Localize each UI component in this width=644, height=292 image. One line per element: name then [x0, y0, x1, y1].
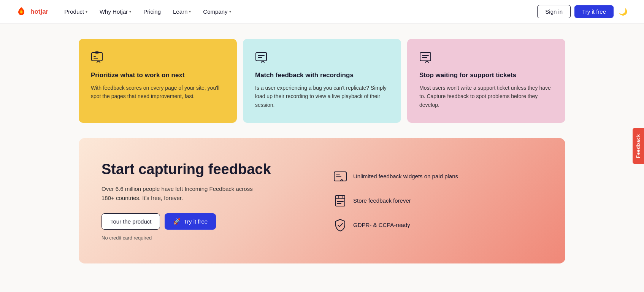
nav-why-chevron: ▾: [129, 10, 131, 14]
card-support-icon: [419, 51, 553, 65]
cta-heading: Start capturing feedback: [102, 161, 311, 178]
rocket-icon: 🚀: [173, 218, 181, 225]
nav-product-label: Product: [64, 8, 84, 15]
card-support-tickets: Stop waiting for support tickets Most us…: [407, 39, 565, 123]
cta-subtext: Over 6.6 million people have left Incomi…: [102, 184, 261, 203]
svg-rect-2: [92, 52, 102, 61]
feature-unlimited-icon: [333, 170, 347, 183]
cta-section: Start capturing feedback Over 6.6 millio…: [79, 138, 565, 263]
card-match-title: Match feedback with recordings: [255, 71, 389, 79]
nav-company-label: Company: [203, 8, 227, 15]
logo[interactable]: hotjar: [15, 6, 48, 18]
card-support-body: Most users won't write a support ticket …: [419, 84, 553, 109]
feature-store-text: Store feedback forever: [353, 197, 411, 204]
feedback-tab-label: Feedback: [636, 134, 641, 158]
feature-gdpr-icon: [333, 218, 347, 232]
card-prioritize: Prioritize what to work on next With fee…: [79, 39, 237, 123]
tour-product-button[interactable]: Tour the product: [102, 213, 160, 230]
nav-learn-label: Learn: [173, 8, 187, 15]
navbar: hotjar Product ▾ Why Hotjar ▾ Pricing Le…: [0, 0, 644, 24]
nav-company-chevron: ▾: [229, 10, 231, 14]
card-prioritize-body: With feedback scores on every page of yo…: [91, 84, 225, 101]
feature-gdpr: GDPR- & CCPA-ready: [333, 218, 542, 232]
feature-unlimited: Unlimited feedback widgets on paid plans: [333, 170, 542, 183]
card-match-icon: [255, 51, 389, 65]
main-content: Prioritize what to work on next With fee…: [63, 24, 581, 263]
nav-learn-chevron: ▾: [189, 10, 191, 14]
card-match-body: Is a user experiencing a bug you can't r…: [255, 84, 389, 109]
nav-item-learn[interactable]: Learn ▾: [168, 5, 196, 18]
card-prioritize-icon: [91, 51, 225, 65]
nav-pricing-label: Pricing: [143, 8, 161, 15]
cta-left: Start capturing feedback Over 6.6 millio…: [102, 161, 311, 241]
nav-product-chevron: ▾: [86, 10, 87, 14]
feature-unlimited-text: Unlimited feedback widgets on paid plans: [353, 173, 458, 179]
no-credit-card-label: No credit card required: [102, 235, 311, 241]
nav-right: Sign in Try it free 🌙: [537, 5, 629, 18]
card-match-feedback: Match feedback with recordings Is a user…: [243, 39, 401, 123]
try-it-free-cta-button[interactable]: 🚀 Try it free: [165, 213, 216, 230]
svg-rect-7: [336, 195, 345, 206]
svg-rect-5: [420, 52, 431, 61]
nav-item-company[interactable]: Company ▾: [198, 5, 236, 18]
try-it-free-cta-label: Try it free: [184, 218, 208, 225]
feedback-sidebar-tab[interactable]: Feedback: [633, 128, 644, 164]
nav-item-pricing[interactable]: Pricing: [138, 5, 166, 18]
dark-mode-toggle[interactable]: 🌙: [617, 6, 629, 17]
try-it-free-nav-button[interactable]: Try it free: [574, 5, 614, 18]
svg-point-1: [21, 11, 22, 13]
cta-right: Unlimited feedback widgets on paid plans…: [333, 170, 542, 232]
feature-cards-row: Prioritize what to work on next With fee…: [79, 39, 565, 123]
feature-gdpr-text: GDPR- & CCPA-ready: [353, 222, 410, 228]
nav-why-label: Why Hotjar: [100, 8, 128, 15]
svg-rect-4: [256, 52, 266, 61]
cta-buttons: Tour the product 🚀 Try it free: [102, 213, 311, 230]
sign-in-button[interactable]: Sign in: [537, 5, 571, 18]
card-prioritize-title: Prioritize what to work on next: [91, 71, 225, 79]
feature-store-icon: [333, 194, 347, 208]
feature-store: Store feedback forever: [333, 194, 542, 208]
logo-text: hotjar: [30, 8, 48, 16]
card-support-title: Stop waiting for support tickets: [419, 71, 553, 79]
nav-item-why-hotjar[interactable]: Why Hotjar ▾: [94, 5, 136, 18]
nav-left: hotjar Product ▾ Why Hotjar ▾ Pricing Le…: [15, 5, 236, 18]
hotjar-logo-icon: [15, 6, 27, 18]
nav-item-product[interactable]: Product ▾: [59, 5, 93, 18]
